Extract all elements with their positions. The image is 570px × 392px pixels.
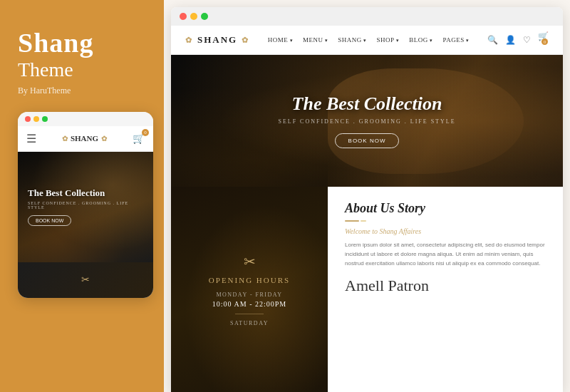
mobile-hero-content: The Best Collection SELF CONFIDENCE . GR… [18,152,153,262]
mobile-cart-badge: 0 [142,129,149,136]
leaf-icon-right: ✿ [101,135,107,143]
nav-pages[interactable]: PAGES [443,36,470,43]
desktop-book-button[interactable]: BOOK NOW [335,133,400,148]
desktop-bottom-section: ✂ Opening Hours MONDAY - FRIDAY 10:00 AM… [171,187,563,392]
logo-leaf-left-icon: ✿ [185,36,193,45]
opening-hours-card: ✂ Opening Hours MONDAY - FRIDAY 10:00 AM… [171,187,328,392]
nav-menu[interactable]: MENU [303,36,328,43]
desktop-logo: ✿ SHANG ✿ [185,34,249,46]
nav-blog[interactable]: BLOG [409,36,432,43]
maximize-dot-desktop [201,13,208,20]
close-dot-desktop [180,13,187,20]
opening-hours-day1: MONDAY - FRIDAY [216,292,282,298]
mobile-hero: The Best Collection SELF CONFIDENCE . GR… [18,152,153,262]
search-icon[interactable]: 🔍 [487,35,498,46]
mobile-logo: ✿ SHANG ✿ [62,134,107,143]
desktop-window-controls [171,7,563,26]
desktop-cart-badge: 0 [542,38,548,45]
mobile-window-controls [18,112,153,126]
opening-hours-divider [235,314,264,314]
underline-line2 [361,220,366,222]
right-panel: ✿ SHANG ✿ HOME MENU SHANG SHOP BLOG PAGE… [164,0,570,392]
brand-title: Shang [18,29,93,58]
desktop-navbar: ✿ SHANG ✿ HOME MENU SHANG SHOP BLOG PAGE… [171,26,563,55]
nav-home[interactable]: HOME [268,36,293,43]
mobile-book-button[interactable]: BOOK NOW [28,215,71,226]
desktop-nav-links: HOME MENU SHANG SHOP BLOG PAGES [268,36,470,43]
underline-line1 [345,220,359,222]
about-body-text: Lorem ipsum dolor sit amet, consectetur … [345,241,546,268]
wishlist-icon[interactable]: ♡ [523,35,531,46]
maximize-dot [42,116,48,122]
desktop-hero-title: The Best Collection [292,93,442,115]
nav-shop[interactable]: SHOP [377,36,400,43]
desktop-hero-content: The Best Collection SELF CONFIDENCE . GR… [171,55,563,187]
minimize-dot [33,116,39,122]
cart-icon[interactable]: 🛒 0 [538,31,549,48]
mobile-hero-title: The Best Collection [28,187,105,199]
about-story-section: About Us Story Welcome to Shang Affaires… [328,187,563,392]
desktop-nav-icons: 🔍 👤 ♡ 🛒 0 [487,31,549,48]
brand-subtitle: Theme [18,58,73,81]
hamburger-icon[interactable]: ☰ [26,132,36,145]
opening-hours-title: Opening Hours [209,276,290,284]
about-underline-decoration [345,220,546,222]
nav-shang[interactable]: SHANG [338,36,366,43]
about-signature: Amell Patron [345,277,546,295]
mobile-navbar: ☰ ✿ SHANG ✿ 🛒 0 [18,126,153,152]
user-icon[interactable]: 👤 [505,35,516,46]
logo-leaf-right-icon: ✿ [242,36,249,45]
desktop-mockup: ✿ SHANG ✿ HOME MENU SHANG SHOP BLOG PAGE… [171,7,563,392]
desktop-hero: The Best Collection SELF CONFIDENCE . GR… [171,55,563,187]
card-background [171,187,328,392]
left-panel: Shang Theme By HaruTheme ☰ ✿ SHANG ✿ 🛒 0 [0,0,164,392]
mobile-cart-icon[interactable]: 🛒 0 [133,133,145,145]
scissors-icon-mobile: ✂ [81,274,90,286]
brand-by: By HaruTheme [18,86,71,96]
scissors-icon-desktop: ✂ [244,253,256,270]
about-title: About Us Story [345,201,546,216]
desktop-hero-subtitle: SELF CONFIDENCE . GROOMING . LIFE STYLE [278,118,455,125]
leaf-icon-left: ✿ [62,135,68,143]
close-dot [25,116,31,122]
mobile-mockup: ☰ ✿ SHANG ✿ 🛒 0 The Best Collection SELF… [18,112,153,298]
mobile-hero-subtitle: SELF CONFIDENCE . GROOMING . LIFE STYLE [28,201,143,210]
opening-hours-day2: SATURDAY [230,320,269,326]
mobile-footer-strip: ✂ [18,262,153,298]
about-welcome: Welcome to Shang Affaires [345,227,546,235]
opening-hours-time1: 10:00 AM - 22:00PM [212,300,286,308]
minimize-dot-desktop [190,13,197,20]
